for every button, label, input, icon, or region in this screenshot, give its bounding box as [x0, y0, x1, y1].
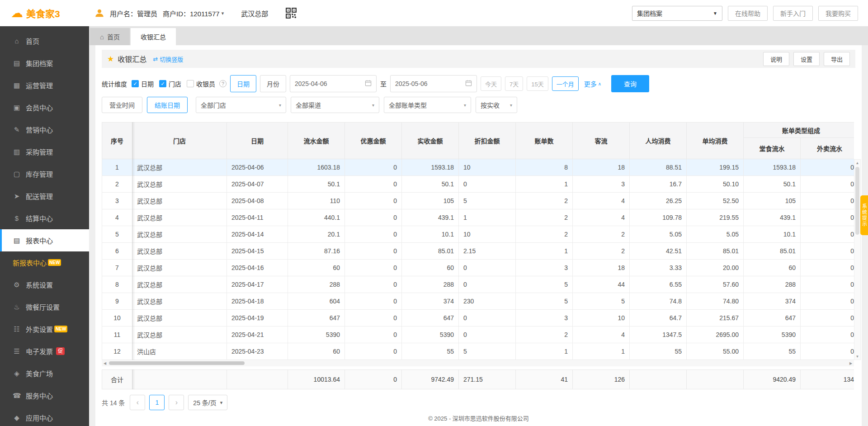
table-row[interactable]: 3武汉总部2025-04-08110010552426.2552.501050: [102, 193, 854, 209]
merchant-id-dropdown[interactable]: 商户ID：12011577 ▾: [163, 9, 224, 18]
sidebar-item-label: 采购管理: [26, 147, 53, 156]
table-cell: 18: [573, 260, 630, 276]
date-to-input[interactable]: 2025-05-06: [390, 75, 477, 92]
sidebar-item-label: 结算中心: [26, 213, 53, 223]
sidebar-item[interactable]: ☰电子发票促: [0, 340, 89, 362]
vertical-scrollbar[interactable]: ▲ ▼: [854, 159, 861, 360]
purchase-button[interactable]: 我要购买: [818, 6, 858, 21]
tab-home[interactable]: ⌂首页: [90, 28, 130, 45]
favorite-star-icon[interactable]: ★: [107, 54, 114, 64]
dimension-checkbox-store[interactable]: ✓ 门店: [159, 79, 181, 88]
merchant-id-label: 商户ID：12011577: [163, 9, 220, 18]
table-cell: 74.80: [687, 293, 744, 310]
horizontal-scroll-thumb[interactable]: [109, 361, 245, 365]
sidebar-item[interactable]: $结算中心: [0, 207, 89, 229]
table-row[interactable]: 5武汉总部2025-04-1420.1010.110225.055.0510.1…: [102, 226, 854, 243]
scroll-up-arrow-icon[interactable]: ▲: [856, 160, 859, 166]
qr-code-icon[interactable]: [285, 7, 297, 19]
table-cell: 52.50: [687, 193, 744, 209]
sidebar-item-label: 报表中心: [26, 236, 53, 245]
table-row[interactable]: 4武汉总部2025-04-11440.10439.1124109.78219.5…: [102, 209, 854, 226]
app-logo[interactable]: ☁ 美食家3: [0, 6, 89, 20]
next-page-button[interactable]: ›: [169, 395, 184, 410]
dimension-checkbox-date[interactable]: ✓ 日期: [132, 79, 154, 88]
quick-range-15d-button[interactable]: 15天: [527, 76, 548, 91]
table-row[interactable]: 11武汉总部2025-04-215390053900241347.52695.0…: [102, 327, 854, 343]
table-row[interactable]: 9武汉总部2025-04-1860403742305574.874.803740: [102, 293, 854, 310]
user-avatar-icon: [94, 8, 104, 18]
scroll-down-arrow-icon[interactable]: ▼: [856, 353, 859, 360]
table-cell: 0: [345, 343, 402, 360]
page-number-button[interactable]: 1: [149, 395, 165, 410]
channel-select[interactable]: 全部渠道 ▾: [291, 97, 379, 113]
table-row[interactable]: 8武汉总部2025-04-17288028805446.5557.602880: [102, 276, 854, 293]
export-button[interactable]: 导出: [824, 52, 850, 66]
sidebar-item[interactable]: ◆应用中心: [0, 407, 89, 426]
table-row[interactable]: 6武汉总部2025-04-1587.16085.012.151242.5185.…: [102, 243, 854, 260]
date-mode-month-button[interactable]: 月份: [260, 75, 286, 92]
scroll-left-arrow-icon[interactable]: ◀: [102, 361, 108, 365]
sidebar-item[interactable]: ▦运营管理: [0, 74, 89, 96]
more-filters-link[interactable]: 更多 ∧: [584, 79, 601, 88]
sidebar-item[interactable]: ▢库存管理: [0, 163, 89, 185]
page-size-select[interactable]: 25 条/页 ▾: [188, 395, 227, 410]
table-cell: 0: [345, 193, 402, 209]
help-icon[interactable]: ?: [219, 80, 226, 87]
sidebar-item-label: 服务中心: [26, 391, 53, 400]
sidebar-item[interactable]: ▤报表中心: [0, 229, 89, 251]
explain-button[interactable]: 说明: [763, 52, 789, 66]
sidebar-item[interactable]: 新报表中心NEW: [0, 251, 89, 274]
sidebar-item[interactable]: ☎服务中心: [0, 384, 89, 407]
table-cell: 647: [744, 310, 801, 327]
sidebar-item[interactable]: ✎营销中心: [0, 118, 89, 141]
sidebar-item[interactable]: ⚙系统设置: [0, 274, 89, 296]
table-cell: 288: [402, 276, 459, 293]
tab-cashier-summary[interactable]: 收银汇总: [131, 28, 176, 45]
business-time-button[interactable]: 营业时间: [102, 97, 142, 113]
table-row[interactable]: 10武汉总部2025-04-196470647031064.7215.67647…: [102, 310, 854, 327]
table-row[interactable]: 1武汉总部2025-04-061603.1801593.181081888.51…: [102, 159, 854, 176]
table-row[interactable]: 2武汉总部2025-04-0750.1050.101316.750.1050.1…: [102, 176, 854, 193]
sidebar-item[interactable]: ⌂首页: [0, 30, 89, 52]
search-button[interactable]: 查询: [611, 75, 649, 92]
table-row[interactable]: 7武汉总部2025-04-166006003183.3320.00600: [102, 260, 854, 276]
table-cell: 8: [102, 276, 132, 293]
amount-mode-select[interactable]: 按实收 ▾: [476, 97, 517, 113]
sidebar-item[interactable]: ▣会员中心: [0, 96, 89, 118]
table-cell: 2025-04-11: [227, 209, 288, 226]
sidebar-badge: NEW: [48, 259, 61, 266]
quick-range-7d-button[interactable]: 7天: [505, 76, 523, 91]
sidebar-item[interactable]: ☷外卖设置NEW: [0, 318, 89, 340]
table-cell: 0: [459, 260, 516, 276]
dimension-checkbox-cashier[interactable]: 收银员: [187, 79, 215, 88]
table-cell: 20.1: [288, 226, 345, 243]
sidebar-item[interactable]: ▤集团档案: [0, 52, 89, 74]
checkout-date-button[interactable]: 结账日期: [147, 97, 188, 113]
sidebar-item[interactable]: ➤配送管理: [0, 185, 89, 207]
online-help-button[interactable]: 在线帮助: [728, 6, 768, 21]
sidebar-item[interactable]: ♨微餐厅设置: [0, 296, 89, 318]
vertical-scroll-thumb[interactable]: [855, 167, 859, 235]
beginner-guide-button[interactable]: 新手入门: [773, 6, 813, 21]
group-archive-select[interactable]: 集团档案 ▼: [632, 6, 722, 21]
apps-icon: ◆: [13, 414, 21, 422]
table-cell: 洪山店: [132, 343, 227, 360]
system-tip-tab[interactable]: 系统提示: [860, 195, 868, 235]
date-mode-day-button[interactable]: 日期: [230, 75, 256, 92]
horizontal-scrollbar[interactable]: ◀ ▶: [102, 360, 854, 366]
sidebar-item[interactable]: ▥采购管理: [0, 141, 89, 163]
prev-page-button[interactable]: ‹: [130, 395, 145, 410]
scroll-right-arrow-icon[interactable]: ▶: [848, 361, 854, 365]
report-settings-button[interactable]: 设置: [793, 52, 820, 66]
table-cell: 374: [402, 293, 459, 310]
table-row[interactable]: 12洪山店2025-04-23600555115555.00550: [102, 343, 854, 360]
table-cell: 1: [459, 209, 516, 226]
sidebar-item[interactable]: ◈美食广场: [0, 362, 89, 384]
quick-range-1month-button[interactable]: 一个月: [552, 76, 579, 91]
date-from-input[interactable]: 2025-04-06: [290, 75, 377, 92]
switch-layout-link[interactable]: ⇄ 切换竖版: [153, 55, 183, 63]
store-select[interactable]: 全部门店 ▾: [196, 97, 286, 113]
quick-range-today-button[interactable]: 今天: [481, 76, 501, 91]
bill-type-select[interactable]: 全部账单类型 ▾: [384, 97, 471, 113]
table-cell: 10.1: [402, 226, 459, 243]
